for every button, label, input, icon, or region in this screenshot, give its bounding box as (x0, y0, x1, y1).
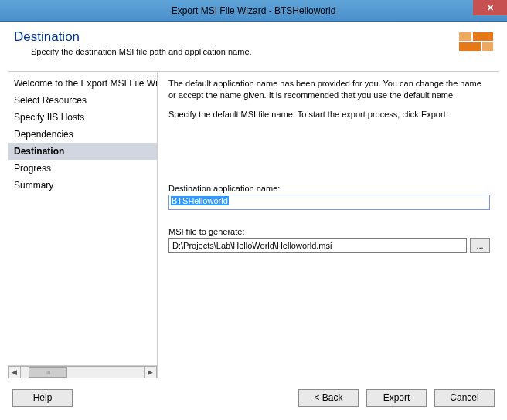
sidebar-item-iis-hosts[interactable]: Specify IIS Hosts (8, 109, 157, 126)
intro-text-1: The default application name has been pr… (168, 78, 490, 101)
sidebar-horizontal-scrollbar[interactable]: ◀ III ▶ (8, 365, 157, 378)
scroll-track[interactable]: III (21, 366, 144, 378)
wizard-logo-icon (459, 32, 493, 56)
export-button[interactable]: Export (366, 389, 427, 407)
wizard-header: Destination Specify the destination MSI … (0, 22, 507, 71)
page-title: Destination (14, 29, 493, 45)
wizard-body: Welcome to the Export MSI File Wiz Selec… (8, 71, 499, 378)
close-button[interactable]: ✕ (473, 0, 507, 15)
sidebar-item-select-resources[interactable]: Select Resources (8, 92, 157, 109)
app-name-label: Destination application name: (168, 184, 490, 193)
close-icon: ✕ (487, 3, 494, 13)
window-title: Export MSI File Wizard - BTSHelloworld (172, 5, 336, 16)
title-bar: Export MSI File Wizard - BTSHelloworld ✕ (0, 0, 507, 22)
sidebar-item-welcome[interactable]: Welcome to the Export MSI File Wiz (8, 75, 157, 92)
back-button[interactable]: < Back (298, 389, 359, 407)
intro-text-2: Specify the default MSI file name. To st… (168, 109, 490, 120)
page-subtitle: Specify the destination MSI file path an… (31, 47, 493, 56)
wizard-footer: Help < Back Export Cancel (0, 378, 507, 417)
msi-file-label: MSI file to generate: (168, 227, 490, 236)
cancel-button[interactable]: Cancel (434, 389, 495, 407)
scroll-left-icon[interactable]: ◀ (8, 366, 21, 378)
sidebar-item-dependencies[interactable]: Dependencies (8, 126, 157, 143)
scroll-thumb[interactable]: III (29, 368, 67, 378)
sidebar-item-destination[interactable]: Destination (8, 143, 157, 160)
wizard-steps-list: Welcome to the Export MSI File Wiz Selec… (8, 75, 157, 365)
app-name-value: BTSHelloworld (171, 196, 229, 205)
wizard-steps-sidebar: Welcome to the Export MSI File Wiz Selec… (8, 72, 158, 378)
help-button[interactable]: Help (12, 389, 73, 407)
browse-button[interactable]: ... (470, 238, 490, 253)
sidebar-item-summary[interactable]: Summary (8, 177, 157, 194)
app-name-input[interactable]: BTSHelloworld (168, 195, 490, 210)
scroll-right-icon[interactable]: ▶ (144, 366, 157, 378)
msi-file-input[interactable] (168, 238, 467, 253)
sidebar-item-progress[interactable]: Progress (8, 160, 157, 177)
wizard-main-panel: The default application name has been pr… (158, 72, 499, 378)
